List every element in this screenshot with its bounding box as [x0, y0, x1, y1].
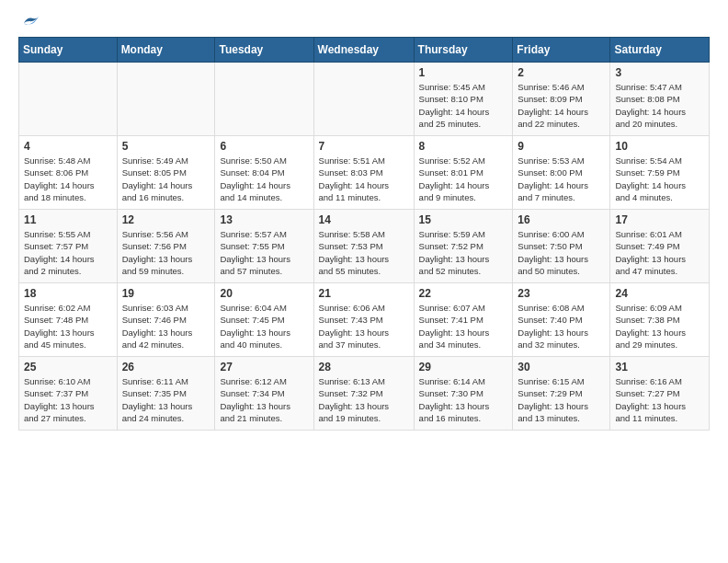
day-info: Sunrise: 6:02 AM Sunset: 7:48 PM Dayligh… — [24, 302, 112, 350]
calendar-cell: 21Sunrise: 6:06 AM Sunset: 7:43 PM Dayli… — [313, 283, 414, 357]
day-number: 29 — [419, 361, 508, 373]
calendar-cell: 9Sunrise: 5:53 AM Sunset: 8:00 PM Daylig… — [513, 136, 610, 210]
calendar-header-tuesday: Tuesday — [215, 38, 313, 63]
day-number: 5 — [122, 140, 210, 153]
day-info: Sunrise: 5:50 AM Sunset: 8:04 PM Dayligh… — [220, 155, 308, 203]
calendar-header-row: SundayMondayTuesdayWednesdayThursdayFrid… — [19, 38, 710, 63]
calendar-cell: 31Sunrise: 6:16 AM Sunset: 7:27 PM Dayli… — [610, 357, 710, 431]
calendar-table: SundayMondayTuesdayWednesdayThursdayFrid… — [18, 37, 710, 431]
day-info: Sunrise: 6:04 AM Sunset: 7:45 PM Dayligh… — [220, 302, 308, 350]
day-info: Sunrise: 6:06 AM Sunset: 7:43 PM Dayligh… — [319, 302, 409, 350]
calendar-cell: 7Sunrise: 5:51 AM Sunset: 8:03 PM Daylig… — [313, 136, 414, 210]
calendar-cell: 19Sunrise: 6:03 AM Sunset: 7:46 PM Dayli… — [117, 283, 215, 357]
day-number: 11 — [24, 213, 112, 226]
calendar-week-row: 1Sunrise: 5:45 AM Sunset: 8:10 PM Daylig… — [19, 63, 710, 136]
day-number: 19 — [122, 287, 210, 300]
day-info: Sunrise: 6:12 AM Sunset: 7:34 PM Dayligh… — [220, 375, 308, 424]
day-info: Sunrise: 5:45 AM Sunset: 8:10 PM Dayligh… — [419, 81, 508, 130]
day-number: 20 — [220, 287, 308, 300]
calendar-cell: 17Sunrise: 6:01 AM Sunset: 7:49 PM Dayli… — [610, 210, 710, 283]
day-number: 31 — [615, 361, 704, 373]
day-info: Sunrise: 6:15 AM Sunset: 7:29 PM Dayligh… — [518, 375, 605, 424]
day-number: 30 — [518, 361, 605, 373]
calendar-cell: 14Sunrise: 5:58 AM Sunset: 7:53 PM Dayli… — [313, 210, 414, 283]
calendar-cell: 8Sunrise: 5:52 AM Sunset: 8:01 PM Daylig… — [414, 136, 513, 210]
day-number: 24 — [615, 287, 704, 300]
day-info: Sunrise: 5:56 AM Sunset: 7:56 PM Dayligh… — [122, 228, 210, 277]
day-number: 25 — [24, 361, 112, 373]
day-number: 3 — [615, 66, 704, 79]
calendar-week-row: 11Sunrise: 5:55 AM Sunset: 7:57 PM Dayli… — [19, 210, 710, 283]
day-number: 15 — [419, 213, 508, 226]
day-info: Sunrise: 5:53 AM Sunset: 8:00 PM Dayligh… — [518, 155, 605, 203]
day-number: 21 — [319, 287, 409, 300]
calendar-cell: 3Sunrise: 5:47 AM Sunset: 8:08 PM Daylig… — [610, 63, 710, 136]
calendar-header-wednesday: Wednesday — [313, 38, 414, 63]
day-info: Sunrise: 6:08 AM Sunset: 7:40 PM Dayligh… — [518, 302, 605, 350]
calendar-cell: 23Sunrise: 6:08 AM Sunset: 7:40 PM Dayli… — [513, 283, 610, 357]
calendar-cell — [215, 63, 313, 136]
day-number: 23 — [518, 287, 605, 300]
calendar-cell: 1Sunrise: 5:45 AM Sunset: 8:10 PM Daylig… — [414, 63, 513, 136]
calendar-header-monday: Monday — [117, 38, 215, 63]
day-number: 22 — [419, 287, 508, 300]
calendar-cell: 12Sunrise: 5:56 AM Sunset: 7:56 PM Dayli… — [117, 210, 215, 283]
day-number: 27 — [220, 361, 308, 373]
day-info: Sunrise: 5:55 AM Sunset: 7:57 PM Dayligh… — [24, 228, 112, 277]
day-number: 1 — [419, 66, 508, 79]
day-info: Sunrise: 6:01 AM Sunset: 7:49 PM Dayligh… — [615, 228, 704, 277]
calendar-cell: 16Sunrise: 6:00 AM Sunset: 7:50 PM Dayli… — [513, 210, 610, 283]
calendar-cell: 15Sunrise: 5:59 AM Sunset: 7:52 PM Dayli… — [414, 210, 513, 283]
calendar-cell: 4Sunrise: 5:48 AM Sunset: 8:06 PM Daylig… — [19, 136, 118, 210]
calendar-week-row: 18Sunrise: 6:02 AM Sunset: 7:48 PM Dayli… — [19, 283, 710, 357]
day-info: Sunrise: 6:13 AM Sunset: 7:32 PM Dayligh… — [319, 375, 409, 424]
logo-bird-icon — [20, 15, 40, 31]
calendar-cell: 30Sunrise: 6:15 AM Sunset: 7:29 PM Dayli… — [513, 357, 610, 431]
day-info: Sunrise: 6:03 AM Sunset: 7:46 PM Dayligh… — [122, 302, 210, 350]
day-number: 18 — [24, 287, 112, 300]
day-info: Sunrise: 5:58 AM Sunset: 7:53 PM Dayligh… — [319, 228, 409, 277]
calendar-cell: 24Sunrise: 6:09 AM Sunset: 7:38 PM Dayli… — [610, 283, 710, 357]
calendar-cell — [19, 63, 118, 136]
day-number: 4 — [24, 140, 112, 153]
calendar-cell: 28Sunrise: 6:13 AM Sunset: 7:32 PM Dayli… — [313, 357, 414, 431]
logo — [18, 15, 40, 28]
day-info: Sunrise: 6:11 AM Sunset: 7:35 PM Dayligh… — [122, 375, 210, 424]
calendar-cell: 2Sunrise: 5:46 AM Sunset: 8:09 PM Daylig… — [513, 63, 610, 136]
calendar-header-sunday: Sunday — [19, 38, 118, 63]
header — [18, 15, 710, 28]
calendar-cell: 26Sunrise: 6:11 AM Sunset: 7:35 PM Dayli… — [117, 357, 215, 431]
calendar-cell: 6Sunrise: 5:50 AM Sunset: 8:04 PM Daylig… — [215, 136, 313, 210]
day-number: 28 — [319, 361, 409, 373]
day-info: Sunrise: 5:48 AM Sunset: 8:06 PM Dayligh… — [24, 155, 112, 203]
calendar-cell: 18Sunrise: 6:02 AM Sunset: 7:48 PM Dayli… — [19, 283, 118, 357]
calendar-cell: 13Sunrise: 5:57 AM Sunset: 7:55 PM Dayli… — [215, 210, 313, 283]
day-number: 9 — [518, 140, 605, 153]
day-info: Sunrise: 6:10 AM Sunset: 7:37 PM Dayligh… — [24, 375, 112, 424]
day-number: 12 — [122, 213, 210, 226]
day-number: 6 — [220, 140, 308, 153]
calendar-body: 1Sunrise: 5:45 AM Sunset: 8:10 PM Daylig… — [19, 63, 710, 431]
calendar-week-row: 4Sunrise: 5:48 AM Sunset: 8:06 PM Daylig… — [19, 136, 710, 210]
day-info: Sunrise: 6:07 AM Sunset: 7:41 PM Dayligh… — [419, 302, 508, 350]
calendar-header-friday: Friday — [513, 38, 610, 63]
calendar-cell — [117, 63, 215, 136]
calendar-cell: 5Sunrise: 5:49 AM Sunset: 8:05 PM Daylig… — [117, 136, 215, 210]
day-number: 2 — [518, 66, 605, 79]
calendar-cell: 27Sunrise: 6:12 AM Sunset: 7:34 PM Dayli… — [215, 357, 313, 431]
day-info: Sunrise: 5:59 AM Sunset: 7:52 PM Dayligh… — [419, 228, 508, 277]
day-info: Sunrise: 6:14 AM Sunset: 7:30 PM Dayligh… — [419, 375, 508, 424]
calendar-header-saturday: Saturday — [610, 38, 710, 63]
calendar-cell: 20Sunrise: 6:04 AM Sunset: 7:45 PM Dayli… — [215, 283, 313, 357]
calendar-cell: 22Sunrise: 6:07 AM Sunset: 7:41 PM Dayli… — [414, 283, 513, 357]
calendar-week-row: 25Sunrise: 6:10 AM Sunset: 7:37 PM Dayli… — [19, 357, 710, 431]
day-info: Sunrise: 5:46 AM Sunset: 8:09 PM Dayligh… — [518, 81, 605, 130]
calendar-cell: 11Sunrise: 5:55 AM Sunset: 7:57 PM Dayli… — [19, 210, 118, 283]
day-number: 13 — [220, 213, 308, 226]
day-number: 10 — [615, 140, 704, 153]
day-number: 7 — [319, 140, 409, 153]
day-info: Sunrise: 6:09 AM Sunset: 7:38 PM Dayligh… — [615, 302, 704, 350]
day-info: Sunrise: 5:47 AM Sunset: 8:08 PM Dayligh… — [615, 81, 704, 130]
day-info: Sunrise: 5:57 AM Sunset: 7:55 PM Dayligh… — [220, 228, 308, 277]
day-info: Sunrise: 6:16 AM Sunset: 7:27 PM Dayligh… — [615, 375, 704, 424]
